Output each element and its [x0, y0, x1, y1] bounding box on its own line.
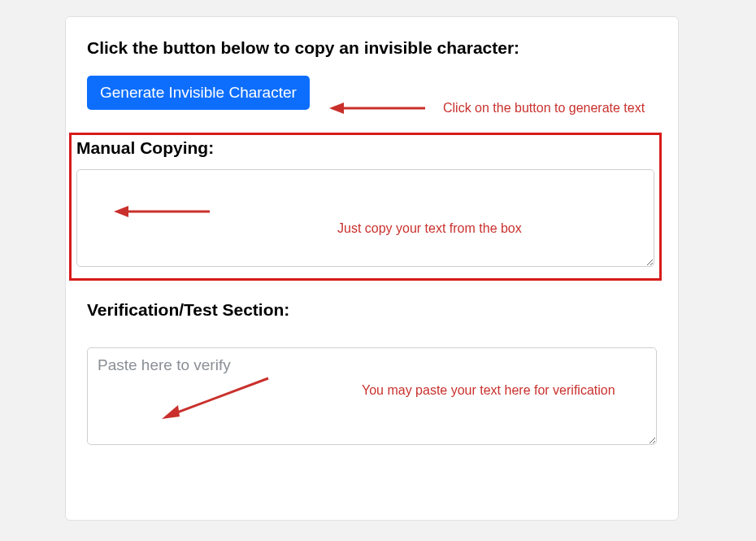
- verification-section-heading: Verification/Test Section:: [87, 300, 657, 320]
- main-card: Click the button below to copy an invisi…: [65, 16, 679, 521]
- instruction-text: Click the button below to copy an invisi…: [87, 38, 657, 58]
- manual-copying-heading: Manual Copying:: [76, 138, 654, 158]
- verification-textarea[interactable]: [87, 347, 657, 445]
- manual-copy-textarea[interactable]: [76, 169, 654, 267]
- generate-invisible-character-button[interactable]: Generate Invisible Character: [87, 76, 310, 110]
- manual-copying-highlight-box: Manual Copying:: [69, 133, 662, 281]
